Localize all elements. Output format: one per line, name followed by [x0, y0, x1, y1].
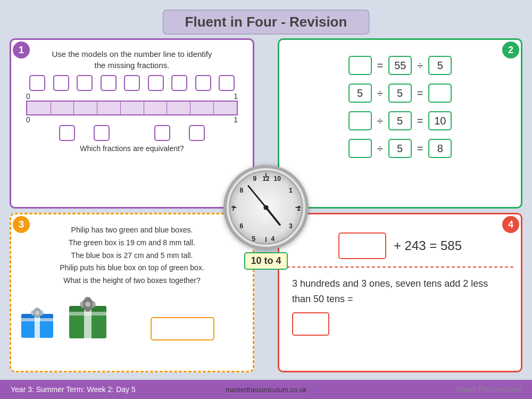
question-4-box: + 243 = 585 3 hundreds and 3 ones, seven… — [278, 213, 522, 372]
tick-4 — [120, 102, 121, 114]
eq3-op2: = — [417, 115, 423, 127]
badge-1-label: 1 — [19, 45, 24, 56]
box3-line5: What is the height of two boxes together… — [63, 276, 201, 285]
zero-label-2: 0 — [26, 115, 30, 124]
clock-face-svg: 12 1 2 3 4 5 6 7 8 9 10 — [227, 168, 305, 247]
box4-bottom-label: 3 hundreds and 3 ones, seven tens add 2 … — [292, 276, 508, 307]
number-line-labels-2: 0 1 — [19, 115, 245, 124]
footer-right-text: Master The Curriculum — [456, 386, 521, 393]
frac-box-3[interactable] — [77, 75, 93, 91]
footer: Year 3: Summer Term: Week 2: Day 5 maste… — [0, 380, 532, 399]
page-title: Fluent in Four - Revision — [163, 10, 370, 35]
box4-top-equation: + 243 = 585 — [287, 222, 513, 268]
svg-text:4: 4 — [271, 235, 275, 243]
box3-line3: The blue box is 27 cm and 5 mm tall. — [71, 251, 193, 260]
svg-text:1: 1 — [289, 187, 293, 194]
eq3-val2: 10 — [428, 111, 452, 130]
box3-answer-input[interactable] — [151, 317, 214, 340]
tick-7 — [190, 102, 190, 114]
box4-top-answer[interactable] — [338, 232, 386, 259]
frac-box-4[interactable] — [101, 75, 117, 91]
eq-row-1: = 55 ÷ 5 — [287, 56, 513, 75]
frac-box-b4[interactable] — [189, 125, 205, 141]
tick-2 — [73, 102, 74, 114]
box3-text: Philip has two green and blue boxes. The… — [19, 224, 245, 287]
eq3-val1: 5 — [388, 111, 412, 130]
box1-line1: Use the models on the number line to ide… — [52, 49, 212, 59]
box4-bottom-text: 3 hundreds and 3 ones, seven tens add 2 … — [287, 268, 513, 344]
frac-box-1[interactable] — [29, 75, 45, 91]
frac-box-b3[interactable] — [154, 125, 170, 141]
svg-text:3: 3 — [289, 222, 293, 230]
frac-box-b1[interactable] — [59, 125, 75, 141]
frac-box-9[interactable] — [219, 75, 235, 91]
zero-label-1: 0 — [26, 92, 30, 101]
tick-5 — [144, 102, 144, 114]
question-3-box: Philip has two green and blue boxes. The… — [10, 213, 254, 372]
svg-text:8: 8 — [239, 187, 243, 194]
box4-equation-text: + 243 = 585 — [394, 238, 462, 253]
eq1-val1: 55 — [388, 56, 412, 75]
frac-box-2[interactable] — [53, 75, 69, 91]
frac-box-6[interactable] — [148, 75, 164, 91]
eq2-val2: 5 — [388, 84, 412, 103]
equivalent-fractions-question: Which fractions are equivalent? — [19, 144, 245, 153]
svg-text:7: 7 — [232, 205, 236, 212]
number-line-labels-1: 0 1 — [19, 92, 245, 101]
box1-line2: the missing fractions. — [95, 61, 170, 70]
svg-text:6: 6 — [239, 222, 243, 230]
box4-bottom-answer[interactable] — [292, 312, 329, 336]
box3-line4: Philip puts his blue box on top of green… — [60, 263, 204, 272]
badge-1: 1 — [13, 41, 30, 59]
eq-row-4: ÷ 5 = 8 — [287, 139, 513, 158]
eq4-val2: 8 — [428, 139, 452, 158]
svg-rect-22 — [21, 318, 53, 321]
number-line-bar — [26, 101, 238, 115]
green-gift-icon — [66, 293, 109, 340]
tick-3 — [97, 102, 97, 114]
eq4-op1: ÷ — [377, 143, 383, 155]
svg-rect-29 — [69, 312, 106, 315]
svg-point-25 — [35, 311, 39, 315]
box3-line2: The green box is 19 cm and 8 mm tall. — [69, 238, 195, 247]
box3-line1: Philip has two green and blue boxes. — [71, 226, 193, 234]
eq2-val1: 5 — [348, 84, 372, 103]
title-text: Fluent in Four - Revision — [185, 14, 347, 30]
svg-text:12: 12 — [262, 175, 270, 182]
badge-4: 4 — [502, 216, 519, 233]
eq4-op2: = — [417, 143, 423, 155]
eq1-blank[interactable] — [348, 56, 372, 75]
eq1-op2: ÷ — [417, 60, 423, 72]
equivalent-text-label: Which fractions are equivalent? — [80, 144, 184, 153]
frac-box-b2[interactable] — [94, 125, 110, 141]
eq-row-3: ÷ 5 = 10 — [287, 111, 513, 130]
svg-point-18 — [263, 205, 268, 210]
frac-box-8[interactable] — [195, 75, 211, 91]
frac-box-5[interactable] — [124, 75, 140, 91]
svg-text:10: 10 — [274, 175, 281, 182]
eq1-op1: = — [377, 60, 384, 72]
badge-2: 2 — [502, 41, 519, 59]
gifts-row — [19, 293, 245, 340]
frac-box-7[interactable] — [171, 75, 187, 91]
question-2-box: = 55 ÷ 5 5 ÷ 5 = ÷ 5 = 10 ÷ 5 = 8 — [278, 38, 522, 209]
tick-8 — [213, 102, 214, 114]
clock-container: 12 1 2 3 4 5 6 7 8 9 10 10 to 4 — [223, 165, 309, 270]
one-label-2: 1 — [234, 115, 238, 124]
eq2-op1: ÷ — [377, 87, 383, 99]
eq2-op2: = — [417, 87, 423, 99]
badge-2-label: 2 — [508, 45, 513, 56]
eq4-blank[interactable] — [348, 139, 372, 158]
badge-3: 3 — [13, 216, 30, 233]
box1-instruction: Use the models on the number line to ide… — [19, 48, 245, 71]
eq2-blank[interactable] — [428, 84, 452, 103]
one-label-1: 1 — [234, 92, 238, 101]
fraction-boxes-top-row — [19, 75, 245, 91]
eq1-val2: 5 — [428, 56, 452, 75]
analog-clock: 12 1 2 3 4 5 6 7 8 9 10 — [223, 165, 309, 250]
eq3-blank[interactable] — [348, 111, 372, 130]
clock-time-label: 10 to 4 — [244, 252, 287, 270]
clock-label-text: 10 to 4 — [251, 255, 281, 266]
eq-row-2: 5 ÷ 5 = — [287, 84, 513, 103]
svg-point-32 — [85, 302, 90, 307]
